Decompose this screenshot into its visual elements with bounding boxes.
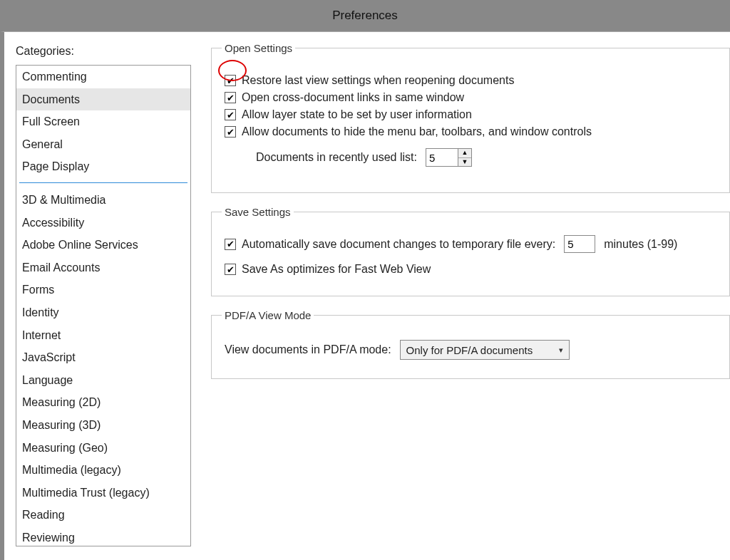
hide-menu-checkbox[interactable] bbox=[225, 126, 236, 138]
hide-menu-label: Allow documents to hide the menu bar, to… bbox=[242, 125, 592, 138]
category-item[interactable]: Full Screen bbox=[16, 110, 190, 133]
category-item[interactable]: Reviewing bbox=[16, 527, 190, 546]
category-item[interactable]: Measuring (3D) bbox=[16, 414, 190, 437]
pdfa-mode-select[interactable]: Only for PDF/A documents ▾ bbox=[400, 340, 570, 360]
category-item[interactable]: JavaScript bbox=[16, 346, 190, 369]
autosave-label: Automatically save document changes to t… bbox=[242, 238, 555, 251]
open-settings-legend: Open Settings bbox=[222, 42, 295, 54]
category-item[interactable]: Documents bbox=[16, 88, 190, 111]
autosave-suffix: minutes (1-99) bbox=[604, 238, 677, 251]
category-item[interactable]: 3D & Multimedia bbox=[16, 189, 190, 212]
spinner-down-button[interactable]: ▼ bbox=[458, 157, 471, 166]
category-item[interactable]: Identity bbox=[16, 301, 190, 324]
category-item[interactable]: Reading bbox=[16, 504, 190, 527]
spinner-buttons: ▲ ▼ bbox=[458, 148, 472, 167]
recent-docs-label: Documents in recently used list: bbox=[256, 151, 417, 164]
cross-doc-links-row: Open cross-document links in same window bbox=[225, 91, 719, 104]
fast-web-row: Save As optimizes for Fast Web View bbox=[225, 263, 719, 276]
layer-state-label: Allow layer state to be set by user info… bbox=[242, 108, 472, 121]
pdfa-legend: PDF/A View Mode bbox=[222, 309, 314, 321]
category-item[interactable]: Email Accounts bbox=[16, 256, 190, 279]
restore-last-view-label: Restore last view settings when reopenin… bbox=[242, 74, 514, 87]
categories-listbox[interactable]: CommentingDocumentsFull ScreenGeneralPag… bbox=[16, 65, 191, 546]
hide-menu-row: Allow documents to hide the menu bar, to… bbox=[225, 125, 719, 138]
cross-doc-links-checkbox[interactable] bbox=[225, 92, 236, 103]
categories-label: Categories: bbox=[16, 45, 191, 58]
save-settings-group: Save Settings Automatically save documen… bbox=[211, 206, 730, 296]
layer-state-row: Allow layer state to be set by user info… bbox=[225, 108, 719, 121]
autosave-row: Automatically save document changes to t… bbox=[225, 235, 719, 253]
content-area: Categories: CommentingDocumentsFull Scre… bbox=[0, 31, 730, 560]
window-title: Preferences bbox=[332, 9, 398, 23]
chevron-down-icon: ▾ bbox=[559, 346, 563, 355]
category-item[interactable]: Accessibility bbox=[16, 212, 190, 234]
autosave-checkbox[interactable] bbox=[225, 239, 236, 250]
restore-last-view-row: Restore last view settings when reopenin… bbox=[225, 74, 719, 87]
category-item[interactable]: Measuring (2D) bbox=[16, 391, 190, 414]
recent-docs-row: Documents in recently used list: ▲ ▼ bbox=[256, 148, 719, 167]
category-item[interactable]: Language bbox=[16, 369, 190, 392]
category-item[interactable]: Commenting bbox=[16, 66, 190, 88]
category-item[interactable]: Multimedia Trust (legacy) bbox=[16, 482, 190, 504]
recent-docs-input[interactable] bbox=[426, 148, 458, 167]
save-settings-legend: Save Settings bbox=[222, 206, 294, 218]
category-separator bbox=[19, 182, 187, 183]
category-item[interactable]: Internet bbox=[16, 324, 190, 347]
fast-web-label: Save As optimizes for Fast Web View bbox=[242, 263, 431, 276]
category-item[interactable]: Measuring (Geo) bbox=[16, 437, 190, 460]
layer-state-checkbox[interactable] bbox=[225, 109, 236, 120]
pdfa-group: PDF/A View Mode View documents in PDF/A … bbox=[211, 309, 730, 379]
open-settings-group: Open Settings Restore last view settings… bbox=[211, 42, 730, 193]
category-item[interactable]: General bbox=[16, 133, 190, 156]
pdfa-mode-row: View documents in PDF/A mode: Only for P… bbox=[225, 340, 719, 360]
recent-docs-spinner: ▲ ▼ bbox=[426, 148, 472, 167]
pdfa-mode-value: Only for PDF/A documents bbox=[406, 344, 533, 356]
title-bar: Preferences bbox=[0, 0, 730, 31]
sidebar: Categories: CommentingDocumentsFull Scre… bbox=[4, 32, 198, 560]
restore-last-view-checkbox[interactable] bbox=[225, 75, 236, 86]
category-item[interactable]: Adobe Online Services bbox=[16, 234, 190, 256]
pdfa-mode-label: View documents in PDF/A mode: bbox=[225, 343, 391, 356]
category-item[interactable]: Multimedia (legacy) bbox=[16, 459, 190, 482]
category-item[interactable]: Forms bbox=[16, 279, 190, 301]
fast-web-checkbox[interactable] bbox=[225, 264, 236, 275]
spinner-up-button[interactable]: ▲ bbox=[458, 149, 471, 157]
main-panel: Open Settings Restore last view settings… bbox=[198, 32, 730, 560]
autosave-minutes-input[interactable] bbox=[564, 235, 595, 253]
cross-doc-links-label: Open cross-document links in same window bbox=[242, 91, 464, 104]
category-item[interactable]: Page Display bbox=[16, 155, 190, 178]
